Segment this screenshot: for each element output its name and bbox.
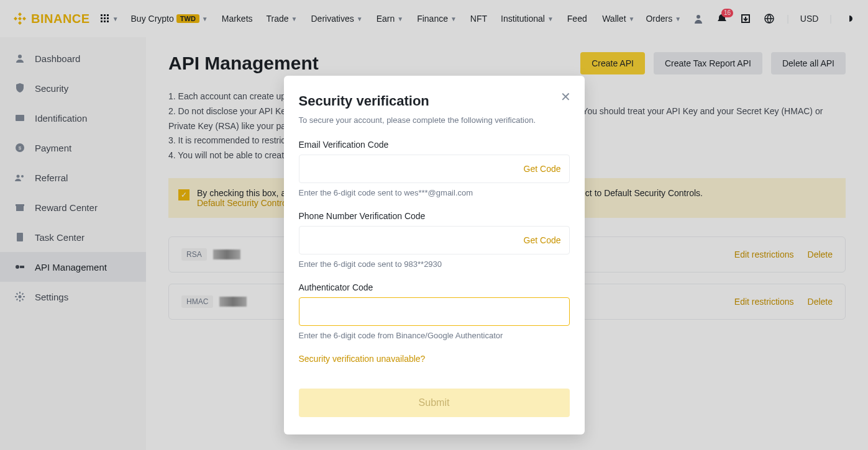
security-verification-modal: ✕ Security verification To secure your a… — [284, 76, 585, 434]
authenticator-code-field: Authenticator Code Enter the 6-digit cod… — [299, 282, 570, 340]
field-hint: Enter the 6-digit code from Binance/Goog… — [299, 331, 570, 340]
input-wrapper: Get Code — [299, 226, 570, 254]
input-wrapper: Get Code — [299, 155, 570, 183]
input-wrapper — [299, 297, 570, 326]
get-code-button[interactable]: Get Code — [524, 164, 561, 174]
modal-title: Security verification — [299, 93, 570, 109]
field-label: Phone Number Verification Code — [299, 211, 570, 221]
close-icon[interactable]: ✕ — [560, 89, 571, 104]
phone-code-field: Phone Number Verification Code Get Code … — [299, 211, 570, 269]
verification-unavailable-link[interactable]: Security verification unavailable? — [299, 354, 570, 364]
modal-subtitle: To secure your account, please complete … — [299, 115, 570, 125]
authenticator-code-input[interactable] — [299, 297, 570, 326]
field-label: Email Verification Code — [299, 140, 570, 150]
field-hint: Enter the 6-digit code sent to wes***@gm… — [299, 188, 570, 197]
field-hint: Enter the 6-digit code sent to 983**2930 — [299, 259, 570, 269]
modal-overlay[interactable]: ✕ Security verification To secure your a… — [0, 0, 868, 450]
email-code-field: Email Verification Code Get Code Enter t… — [299, 140, 570, 197]
get-code-button[interactable]: Get Code — [524, 235, 561, 245]
submit-button[interactable]: Submit — [299, 389, 570, 417]
field-label: Authenticator Code — [299, 282, 570, 292]
